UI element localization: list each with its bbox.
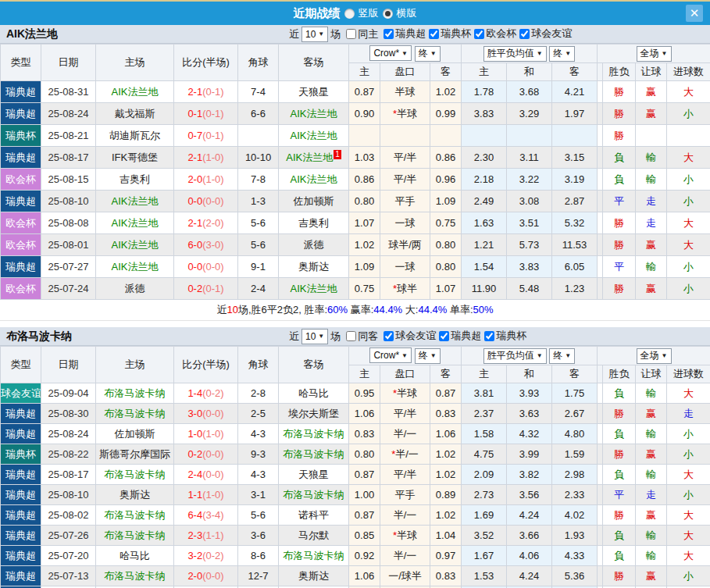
home-team-cell[interactable]: AIK法兰地 [96,212,174,234]
avg-draw-cell: 3.08 [507,191,552,212]
avg-time-select[interactable]: 终▼ [549,46,575,62]
avg-home-cell: 3.83 [462,103,507,125]
vertical-layout-label[interactable]: 竖版 [359,6,379,20]
horizontal-layout-radio[interactable] [383,9,393,19]
away-team-cell[interactable]: AIK法兰地1 [279,147,349,169]
avg-type-select[interactable]: 胜平负均值▼ [483,46,547,62]
score-cell: 0-0(0-0) [174,256,238,278]
league-checkbox-input[interactable] [439,331,449,341]
league-filter-checkbox[interactable]: 欧会杯 [471,27,516,41]
home-team-cell[interactable]: 奥斯达 [96,485,174,505]
home-team-cell[interactable]: 吉奥利 [96,169,174,191]
home-team-cell[interactable]: 胡迪斯瓦尔 [96,125,174,147]
away-team-cell[interactable]: 布洛马波卡纳 [279,444,349,465]
avg-type-select[interactable]: 胜平负均值▼ [483,348,547,364]
col-home: 主场 [96,347,174,383]
match-count-select[interactable]: 10▼ [301,27,328,42]
scope-select[interactable]: 全场▼ [637,348,672,364]
home-team-cell[interactable]: 佐加顿斯 [96,424,174,444]
avg-away-cell: 2.33 [552,485,598,505]
odds-away-cell: 1.06 [430,424,462,444]
away-team-cell[interactable]: 吉奥利 [279,212,349,234]
odds-time-select[interactable]: 终▼ [415,46,441,62]
match-count-select[interactable]: 10▼ [301,329,328,344]
home-team-cell[interactable]: AIK法兰地 [96,81,174,103]
away-team-cell[interactable]: 佐加顿斯 [279,191,349,212]
corner-cell: 9-1 [238,256,279,278]
away-team-cell[interactable]: 奥斯达 [279,566,349,586]
same-venue-input[interactable] [346,331,356,341]
avg-draw-cell: 4.24 [507,566,552,586]
home-team-cell[interactable]: 布洛马波卡纳 [96,383,174,404]
away-team-cell[interactable]: 哈马比 [279,383,349,404]
away-team-cell[interactable]: AIK法兰地 [279,125,349,147]
avg-away-cell: 4.02 [552,505,598,526]
halftime-score: (0-1) [202,108,223,119]
avg-home-cell: 4.75 [462,444,507,465]
home-team-cell[interactable]: 布洛马波卡纳 [96,404,174,424]
home-team-cell[interactable]: 斯德哥尔摩国际 [96,444,174,465]
league-filter-checkbox[interactable]: 瑞典超 [380,27,426,41]
same-venue-checkbox[interactable]: 同主 [343,27,378,41]
home-team-cell[interactable]: AIK法兰地 [96,256,174,278]
away-team-cell[interactable]: 天狼星 [279,81,349,103]
league-filter-checkbox[interactable]: 瑞典杯 [426,27,471,41]
league-filter-checkbox[interactable]: 球会友谊 [380,329,436,343]
home-team-cell[interactable]: 派德 [96,278,174,300]
away-team-cell[interactable]: 布洛马波卡纳 [279,485,349,505]
home-team-cell[interactable]: 戴戈福斯 [96,103,174,125]
odds-company-select[interactable]: Crow*▼ [369,45,412,61]
league-filter-checkbox[interactable]: 瑞典超 [436,329,481,343]
close-button[interactable]: ✕ [686,5,703,22]
avg-time-select[interactable]: 终▼ [549,348,575,364]
corner-cell: 10-10 [238,147,279,169]
score-cell: 2-0(0-0) [174,566,238,586]
home-team-cell[interactable]: AIK法兰地 [96,191,174,212]
result-goals-cell: 大 [667,147,710,169]
away-team-cell[interactable]: 诺科平 [279,505,349,526]
home-team-cell[interactable]: 布洛马波卡纳 [96,505,174,526]
league-checkbox-input[interactable] [384,331,394,341]
score-cell: 1-4(0-2) [174,383,238,404]
scope-select[interactable]: 全场▼ [637,46,672,62]
odds-company-select[interactable]: Crow*▼ [369,347,412,363]
odds-time-select[interactable]: 终▼ [415,348,441,364]
odds-away-cell: 1.02 [430,465,462,485]
away-team-cell[interactable]: 天狼星 [279,465,349,485]
col-avg-home: 主 [462,63,507,81]
home-team-cell[interactable]: 哈马比 [96,546,174,566]
away-team-cell[interactable]: AIK法兰地 [279,103,349,125]
home-team-cell[interactable]: 布洛马波卡纳 [96,465,174,485]
away-team-cell[interactable]: 派德 [279,234,349,256]
avg-draw-cell: 4.32 [507,424,552,444]
horizontal-layout-label[interactable]: 横版 [397,6,417,20]
away-team-cell[interactable]: 布洛马波卡纳 [279,424,349,444]
league-checkbox-input[interactable] [519,29,530,39]
league-filter-checkbox[interactable]: 瑞典杯 [481,329,526,343]
away-team-name: 布洛马波卡纳 [284,489,344,501]
away-team-cell[interactable]: 马尔默 [279,526,349,546]
home-team-cell[interactable]: 布洛马波卡纳 [96,526,174,546]
home-team-cell[interactable]: IFK哥德堡 [96,147,174,169]
league-checkbox-input[interactable] [429,29,439,39]
same-venue-checkbox[interactable]: 同客 [343,330,378,344]
league-filter-checkbox[interactable]: 球会友谊 [516,27,572,41]
vertical-layout-radio[interactable] [344,9,355,19]
away-team-cell[interactable]: AIK法兰地 [279,169,349,191]
league-checkbox-input[interactable] [474,29,484,39]
corner-cell: 2-5 [238,404,279,424]
halftime-score: (0-0) [202,408,223,419]
league-checkbox-input[interactable] [484,331,494,341]
league-checkbox-input[interactable] [384,29,394,39]
same-venue-input[interactable] [346,29,356,39]
away-team-cell[interactable]: 埃尔夫斯堡 [279,404,349,424]
handicap-line-cell: 平/半 [380,147,430,169]
away-team-cell[interactable]: 奥斯达 [279,256,349,278]
result-handicap-cell: 赢 [636,444,667,465]
away-team-cell[interactable]: 布洛马波卡纳 [279,546,349,566]
home-team-cell[interactable]: AIK法兰地 [96,234,174,256]
result-wl-cell: 勝 [603,404,636,424]
home-team-cell[interactable]: 布洛马波卡纳 [96,566,174,586]
date-cell: 25-08-15 [41,169,96,191]
away-team-cell[interactable]: AIK法兰地 [279,278,349,300]
